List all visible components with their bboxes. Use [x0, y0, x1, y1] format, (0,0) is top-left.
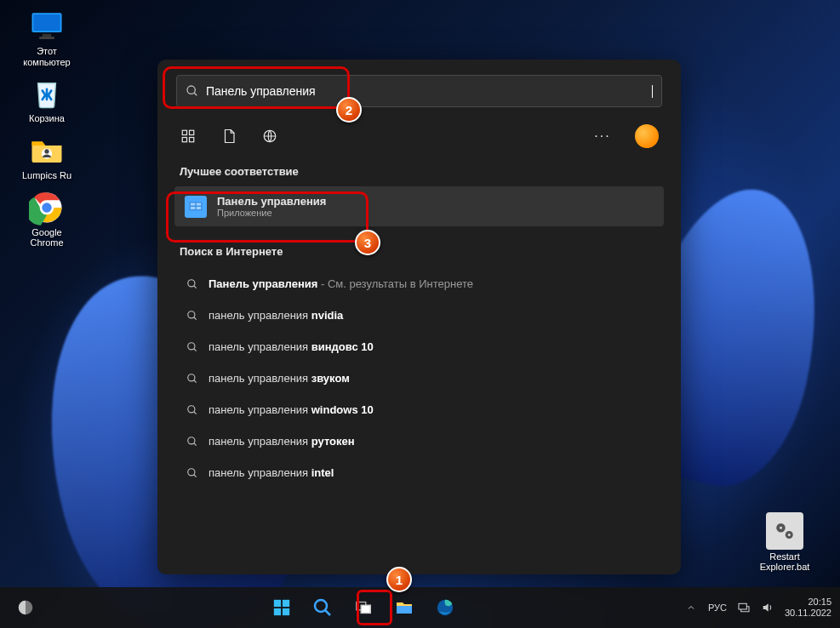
desktop-icon-label: Lumpics Ru — [22, 170, 71, 181]
svg-rect-47 — [361, 605, 370, 613]
svg-rect-1 — [33, 14, 60, 31]
best-match-result[interactable]: Панель управления Приложение — [174, 186, 664, 226]
search-icon — [186, 436, 198, 448]
more-options-icon[interactable]: ··· — [594, 128, 611, 145]
desktop-icons-column: Этот компьютер Корзина Lumpics Ru Google… — [13, 9, 81, 248]
web-result-text: панель управления intel — [209, 466, 334, 479]
svg-line-28 — [194, 317, 197, 319]
web-result-text: Панель управления - См. результаты в Инт… — [209, 277, 473, 290]
svg-rect-17 — [182, 138, 186, 142]
desktop-icon-recycle-bin[interactable]: Корзина — [13, 76, 81, 124]
search-input[interactable] — [206, 84, 651, 98]
desktop-icon-chrome[interactable]: Google Chrome — [13, 190, 81, 248]
web-result-text: панель управления виндовс 10 — [209, 340, 374, 353]
svg-rect-18 — [190, 138, 194, 142]
svg-point-13 — [187, 86, 195, 94]
task-view-button[interactable] — [346, 591, 380, 625]
svg-point-37 — [188, 468, 195, 475]
desktop-icon-restart-explorer-wrap: Restart Explorer.bat — [751, 512, 819, 573]
desktop-icon-restart-explorer[interactable]: Restart Explorer.bat — [751, 512, 819, 573]
monitor-icon — [29, 9, 65, 44]
svg-line-38 — [194, 474, 197, 477]
keyboard-language[interactable]: РУС — [708, 602, 727, 613]
search-input-container[interactable] — [176, 75, 662, 107]
desktop-icon-folder-lumpics[interactable]: Lumpics Ru — [13, 133, 81, 181]
edge-browser-button[interactable] — [428, 591, 462, 625]
svg-point-35 — [188, 437, 195, 443]
annotation-badge-3: 3 — [355, 230, 380, 255]
filter-web-icon[interactable] — [261, 128, 278, 145]
desktop-icon-this-pc[interactable]: Этот компьютер — [13, 9, 81, 67]
best-match-subtitle: Приложение — [217, 208, 326, 218]
svg-rect-21 — [191, 203, 195, 205]
web-result[interactable]: панель управления windows 10 — [174, 396, 664, 424]
gears-icon — [766, 512, 803, 550]
best-match-title: Панель управления — [217, 195, 326, 208]
taskbar-clock[interactable]: 20:15 30.11.2022 — [785, 597, 831, 619]
windows-search-panel: ··· Лучшее соответствие Панель управлени… — [157, 60, 681, 574]
svg-point-12 — [788, 534, 791, 536]
svg-rect-48 — [397, 606, 412, 614]
svg-line-14 — [194, 93, 197, 95]
desktop-icon-label: Этот компьютер — [23, 46, 70, 67]
web-result[interactable]: панель управления виндовс 10 — [174, 333, 664, 361]
file-explorer-button[interactable] — [387, 591, 421, 625]
weather-widget-icon[interactable] — [9, 591, 43, 625]
text-caret — [652, 85, 653, 98]
user-avatar[interactable] — [635, 124, 659, 148]
search-icon — [186, 84, 199, 98]
desktop-icon-label: Restart Explorer.bat — [760, 551, 810, 573]
filter-apps-icon[interactable] — [180, 128, 197, 145]
svg-point-44 — [315, 600, 327, 612]
search-icon — [186, 278, 198, 290]
search-icon — [186, 467, 198, 479]
search-filter-row: ··· — [166, 107, 672, 158]
desktop-icon-label: Корзина — [29, 113, 65, 124]
svg-rect-16 — [190, 130, 194, 134]
start-button[interactable] — [265, 591, 299, 625]
annotation-badge-1: 1 — [386, 567, 412, 592]
web-result-primary[interactable]: Панель управления - См. результаты в Инт… — [174, 270, 664, 298]
taskbar-search-button[interactable] — [306, 591, 340, 625]
svg-rect-23 — [191, 207, 195, 209]
network-icon[interactable] — [737, 601, 751, 614]
web-result[interactable]: панель управления nvidia — [174, 301, 664, 329]
svg-line-36 — [194, 442, 197, 445]
web-result[interactable]: панель управления intel — [174, 459, 664, 487]
svg-rect-24 — [197, 207, 201, 209]
svg-rect-40 — [274, 600, 281, 607]
svg-line-30 — [194, 348, 197, 351]
search-icon — [186, 373, 198, 385]
svg-point-25 — [188, 279, 195, 286]
web-result[interactable]: панель управления звуком — [174, 364, 664, 392]
svg-rect-15 — [182, 130, 186, 134]
svg-line-26 — [194, 285, 197, 288]
web-result-text: панель управления рутокен — [209, 435, 355, 448]
web-result[interactable]: панель управления рутокен — [174, 427, 664, 455]
web-result-text: панель управления windows 10 — [209, 403, 374, 416]
svg-line-32 — [194, 380, 197, 382]
search-icon — [186, 310, 198, 322]
folder-icon — [29, 133, 65, 168]
svg-rect-3 — [39, 37, 54, 39]
annotation-badge-2: 2 — [336, 97, 362, 123]
svg-line-45 — [325, 610, 330, 615]
filter-documents-icon[interactable] — [220, 128, 237, 145]
svg-point-33 — [188, 405, 195, 412]
web-results-list: Панель управления - См. результаты в Инт… — [166, 266, 672, 490]
volume-icon[interactable] — [761, 601, 774, 614]
chrome-icon — [29, 190, 65, 226]
svg-point-5 — [44, 149, 49, 153]
svg-rect-22 — [197, 203, 201, 205]
chevron-up-icon[interactable] — [684, 601, 698, 614]
svg-rect-50 — [739, 603, 746, 609]
search-icon — [186, 341, 198, 353]
svg-point-31 — [188, 374, 195, 380]
search-icon — [186, 404, 198, 416]
svg-point-11 — [780, 526, 782, 528]
desktop-icon-label: Google Chrome — [30, 227, 63, 248]
svg-rect-41 — [283, 600, 289, 607]
svg-point-29 — [188, 342, 195, 349]
svg-point-27 — [188, 311, 195, 317]
taskbar: РУС 20:15 30.11.2022 — [0, 587, 840, 628]
